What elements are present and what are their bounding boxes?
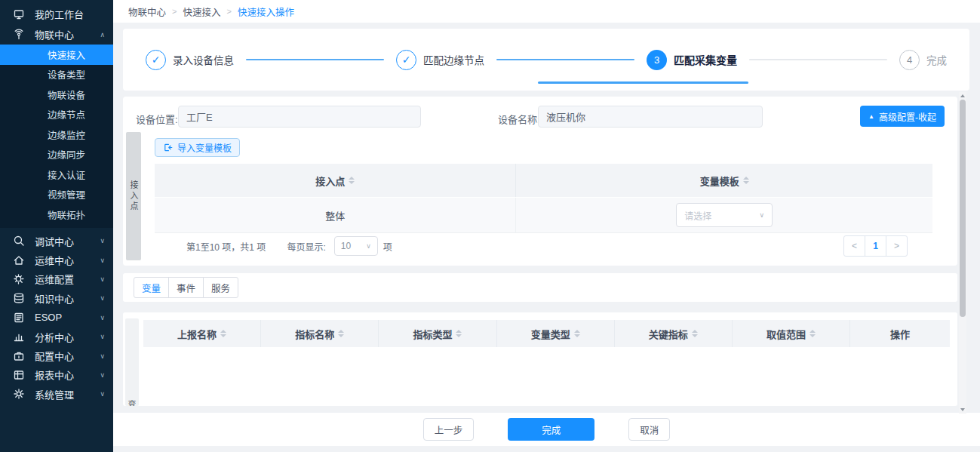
device-form-row: 设备位置: 设备名称: ▲ 高级配置-收起 <box>123 106 957 128</box>
sidebar-item-access-auth[interactable]: 接入认证 <box>0 165 113 185</box>
sort-icon[interactable] <box>220 330 226 337</box>
device-name-label: 设备名称: <box>498 112 540 126</box>
previous-step-button[interactable]: 上一步 <box>423 418 475 441</box>
advanced-config-collapse-button[interactable]: ▲ 高级配置-收起 <box>860 106 945 127</box>
device-location-label: 设备位置: <box>136 112 178 126</box>
scroll-up-arrow-icon[interactable] <box>960 94 965 97</box>
chevron-down-icon: ∨ <box>100 314 105 321</box>
page-size-unit: 项 <box>383 240 392 253</box>
breadcrumb-item[interactable]: 快速接入 <box>183 5 220 19</box>
sidebar-item-esop[interactable]: ESOP ∨ <box>0 308 113 327</box>
chevron-down-icon: ∨ <box>100 257 105 264</box>
sidebar-item-debug-center[interactable]: 调试中心 ∨ <box>0 232 113 251</box>
variables-table: 上报名称 指标名称 指标类型 变量类型 关键指标 取值范围 <box>143 320 950 347</box>
document-icon <box>13 312 25 324</box>
step-connector <box>749 59 887 60</box>
step-number-badge: 4 <box>899 50 920 70</box>
column-header-variable-type[interactable]: 变量类型 <box>497 320 615 347</box>
sidebar-item-iot-device[interactable]: 物联设备 <box>0 85 113 105</box>
finish-button[interactable]: 完成 <box>508 418 594 441</box>
page-number-button[interactable]: 1 <box>865 235 886 257</box>
pagination-bar: 第1至10 项，共1 项 每页显示: 10 ∨ 项 < 1 > <box>186 235 908 257</box>
sidebar-item-video-mgmt[interactable]: 视频管理 <box>0 185 113 205</box>
device-name-input[interactable] <box>538 106 763 128</box>
detail-tabs: 变量 事件 服务 <box>123 273 957 302</box>
column-header-variable-template[interactable]: 变量模板 <box>516 164 932 197</box>
column-header-value-range[interactable]: 取值范围 <box>733 320 850 347</box>
tab-service[interactable]: 服务 <box>203 277 238 298</box>
column-header-key-metric[interactable]: 关键指标 <box>615 320 733 347</box>
sort-icon[interactable] <box>338 330 344 337</box>
page-size-select[interactable]: 10 ∨ <box>334 236 378 256</box>
sidebar-item-system-mgmt[interactable]: 系统管理 ∨ <box>0 385 113 404</box>
sidebar-item-knowledge-center[interactable]: 知识中心 ∨ <box>0 289 113 308</box>
template-select[interactable]: 请选择 ∨ <box>676 203 773 227</box>
sidebar-item-edge-monitor[interactable]: 边缘监控 <box>0 125 113 145</box>
chevron-down-icon: ∨ <box>100 294 105 302</box>
sidebar-item-quick-access[interactable]: 快速接入 <box>0 45 113 65</box>
check-circle-icon: ✓ <box>146 50 166 70</box>
scrollbar[interactable] <box>959 92 966 414</box>
sort-icon[interactable] <box>692 330 698 337</box>
table-row: 整体 请选择 ∨ <box>155 198 932 232</box>
column-header-report-name[interactable]: 上报名称 <box>143 320 261 347</box>
sort-icon[interactable] <box>349 177 355 184</box>
scroll-down-arrow-icon[interactable] <box>960 408 965 411</box>
sidebar-item-report-center[interactable]: 报表中心 ∨ <box>0 365 113 384</box>
breadcrumb-item[interactable]: 物联中心 <box>128 5 166 19</box>
sidebar-item-iot-center[interactable]: 物联中心 ∧ <box>0 24 113 45</box>
tab-variable[interactable]: 变量 <box>134 277 169 298</box>
tab-event[interactable]: 事件 <box>168 277 204 298</box>
column-header-actions: 操作 <box>850 320 950 347</box>
breadcrumb: 物联中心 > 快速接入 > 快速接入操作 <box>113 0 980 23</box>
sidebar-item-config-center[interactable]: 配置中心 ∨ <box>0 346 113 365</box>
chevron-down-icon: ∨ <box>366 242 371 250</box>
table-icon <box>13 369 25 381</box>
sort-icon[interactable] <box>574 330 580 337</box>
sort-icon[interactable] <box>743 177 749 184</box>
chevron-down-icon: ∨ <box>100 275 105 283</box>
wizard-stepper: ✓ 录入设备信息 ✓ 匹配边缘节点 3 匹配采集变量 4 完成 <box>123 29 969 91</box>
sidebar-item-analysis-center[interactable]: 分析中心 ∨ <box>0 327 113 346</box>
column-header-metric-type[interactable]: 指标类型 <box>379 320 496 347</box>
sidebar-item-device-type[interactable]: 设备类型 <box>0 65 113 85</box>
step-number-badge: 3 <box>647 50 667 70</box>
prev-page-button[interactable]: < <box>843 235 865 257</box>
import-variable-template-button[interactable]: 导入变量模板 <box>155 138 240 157</box>
next-page-button[interactable]: > <box>886 235 908 257</box>
chevron-down-icon: ∨ <box>760 211 765 219</box>
variables-table-card: 变 上报名称 指标名称 指标类型 变量类型 关键指标 <box>123 312 957 406</box>
per-page-label: 每页显示: <box>287 240 325 253</box>
table-header-row: 上报名称 指标名称 指标类型 变量类型 关键指标 取值范围 <box>143 320 950 347</box>
sort-icon[interactable] <box>456 330 462 337</box>
iot-antenna-icon <box>13 29 25 41</box>
access-point-vertical-tab[interactable]: 接入点 <box>126 132 141 260</box>
magnifier-icon <box>13 235 25 247</box>
step-4-finish: 4 完成 <box>899 50 947 70</box>
sidebar-item-workbench[interactable]: 我的工作台 <box>0 4 113 24</box>
sidebar-item-ops-config[interactable]: 运维配置 ∨ <box>0 269 113 288</box>
database-icon <box>13 292 25 304</box>
access-point-table: 接入点 变量模板 整体 请选择 ∨ <box>155 164 932 233</box>
sort-icon[interactable] <box>809 330 816 337</box>
wizard-footer: 上一步 完成 取消 <box>113 413 980 446</box>
breadcrumb-separator: > <box>226 7 231 16</box>
step-connector <box>246 59 384 60</box>
access-point-panel: 导入变量模板 接入点 变量模板 整体 请选择 ∨ <box>155 132 932 263</box>
column-header-access-point[interactable]: 接入点 <box>155 164 516 197</box>
sidebar-item-iot-topology[interactable]: 物联拓扑 <box>0 204 113 225</box>
step-2-edge-node: ✓ 匹配边缘节点 <box>396 50 484 70</box>
variable-vertical-tab[interactable]: 变 <box>125 318 139 406</box>
device-config-card: 设备位置: 设备名称: ▲ 高级配置-收起 接入点 导入变量模板 接入点 变量模… <box>123 97 957 266</box>
scrollbar-thumb[interactable] <box>960 100 966 317</box>
sidebar-item-ops-center[interactable]: 运维中心 ∨ <box>0 251 113 269</box>
column-header-metric-name[interactable]: 指标名称 <box>261 320 379 347</box>
chevron-down-icon: ∨ <box>100 371 105 379</box>
sidebar-item-edge-node[interactable]: 边缘节点 <box>0 105 113 125</box>
cancel-button[interactable]: 取消 <box>628 418 670 441</box>
device-location-input[interactable] <box>178 106 421 128</box>
sidebar-item-edge-sync[interactable]: 边缘同步 <box>0 145 113 165</box>
chevron-down-icon: ∨ <box>100 237 105 244</box>
breadcrumb-item-current: 快速接入操作 <box>238 5 294 19</box>
sidebar-item-label: 我的工作台 <box>35 7 84 21</box>
